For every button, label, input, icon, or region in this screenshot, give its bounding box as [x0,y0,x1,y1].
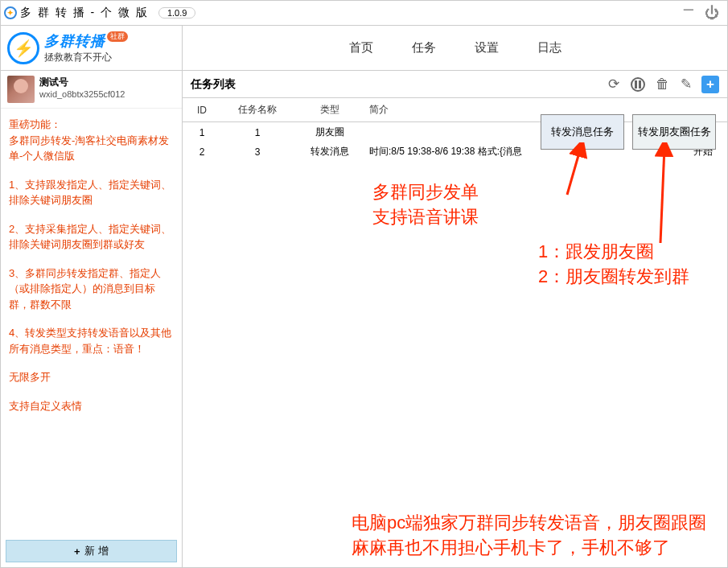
content-area: 首页 任务 设置 日志 任务列表 ⟳ 🗑 ✎ + ID 任务名称 类型 简介 [183,26,727,567]
task-type-popup: 转发消息任务 转发朋友圈任务 [541,114,716,150]
col-id: ID [183,105,221,116]
brand-bolt-icon: ⚡ [7,32,39,64]
app-logo-icon: ✦ [4,6,17,19]
user-id: wxid_o8btx3255cf012 [39,89,125,99]
nav-task[interactable]: 任务 [412,40,436,56]
col-name: 任务名称 [221,103,294,117]
trash-icon[interactable]: 🗑 [653,76,671,93]
add-task-icon[interactable]: + [701,76,719,93]
annotation-text-3: 电脑pc端独家万群同步转发语音，朋友圈跟圈麻麻再也不用担心手机卡了，手机不够了 [352,511,719,561]
annotation-text-1: 多群同步发单 支持语音讲课 [372,180,479,230]
nav-home[interactable]: 首页 [349,40,373,56]
power-icon[interactable]: ⏻ [705,5,719,22]
app-version: 1.0.9 [158,7,195,19]
tasklist-header: 任务列表 ⟳ 🗑 ✎ + [183,71,727,98]
nav-setting[interactable]: 设置 [475,40,499,56]
app-title: 多 群 转 播 - 个 微 版 [20,6,149,20]
brand-name: 多群转播 [44,33,105,49]
add-button-label: 新 增 [84,544,109,558]
top-nav: 首页 任务 设置 日志 [183,26,727,71]
col-type: 类型 [294,103,366,117]
user-row[interactable]: 测试号 wxid_o8btx3255cf012 [1,71,182,109]
plus-icon: + [74,545,80,558]
brand-badge: 社群 [107,31,128,42]
user-name: 测试号 [39,76,125,89]
refresh-icon[interactable]: ⟳ [605,76,623,93]
title-bar: ✦ 多 群 转 播 - 个 微 版 1.0.9 – ⏻ [0,0,728,26]
forward-message-task-button[interactable]: 转发消息任务 [541,114,624,150]
brand-block: ⚡ 多群转播社群 拯救教育不开心 [1,26,182,71]
annotation-text-2: 1：跟发朋友圈 2：朋友圈转发到群 [538,240,689,290]
forward-moments-task-button[interactable]: 转发朋友圈任务 [632,114,716,150]
pause-icon[interactable] [629,76,647,93]
nav-log[interactable]: 日志 [537,40,561,56]
avatar [7,76,35,103]
add-button[interactable]: + 新 增 [6,540,177,562]
svg-line-1 [660,147,664,243]
minimize-icon[interactable]: – [684,5,693,22]
edit-icon[interactable]: ✎ [677,76,695,93]
tasklist-title: 任务列表 [191,77,236,92]
brand-subtitle: 拯救教育不开心 [44,51,128,64]
sidebar: ⚡ 多群转播社群 拯救教育不开心 测试号 wxid_o8btx3255cf012… [1,26,183,567]
features-text: 重磅功能： 多群同步转发-淘客社交电商素材发单-个人微信版 1、支持跟发指定人、… [1,109,182,535]
